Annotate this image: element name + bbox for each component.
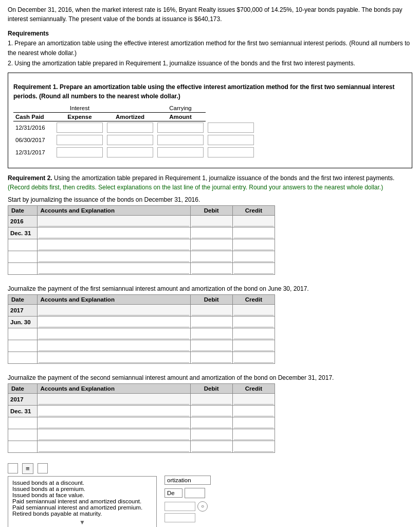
j2-credit-0[interactable] bbox=[234, 305, 273, 315]
j1-credit-4[interactable] bbox=[234, 264, 273, 274]
table-row bbox=[8, 417, 275, 429]
j3-credit-3[interactable] bbox=[234, 430, 273, 440]
scroll-button[interactable]: ≡ bbox=[22, 463, 33, 474]
expense-header: Expense bbox=[54, 112, 105, 121]
j3-debit-0[interactable] bbox=[192, 394, 231, 405]
cash-paid-3[interactable] bbox=[57, 147, 103, 157]
circle-button-1[interactable]: ○ bbox=[197, 501, 208, 512]
j2-credit-1[interactable] bbox=[234, 317, 273, 327]
j1-debit-2[interactable] bbox=[192, 240, 231, 250]
j2-debit-2[interactable] bbox=[192, 329, 231, 339]
journal1-table: Date Accounts and Explanation Debit Cred… bbox=[8, 205, 275, 275]
j1-acct-3[interactable] bbox=[39, 252, 189, 262]
small-text-input[interactable] bbox=[8, 463, 18, 473]
small-text-input2[interactable] bbox=[38, 463, 48, 473]
j3-debit-3[interactable] bbox=[192, 430, 231, 440]
cash-paid-2[interactable] bbox=[57, 135, 103, 145]
date-cell-2: 06/30/2017 bbox=[13, 134, 54, 146]
j2-acct-1[interactable] bbox=[39, 317, 189, 327]
j2-debit-4[interactable] bbox=[192, 353, 231, 363]
j3-acct-3[interactable] bbox=[39, 430, 189, 440]
date-cell-3: 12/31/2017 bbox=[13, 146, 54, 159]
j2-acct-0[interactable] bbox=[39, 305, 189, 315]
amount-3[interactable] bbox=[208, 147, 254, 157]
circle-input-1[interactable] bbox=[165, 502, 195, 511]
j2-credit-2[interactable] bbox=[234, 329, 273, 339]
j1-debit-3[interactable] bbox=[192, 252, 231, 262]
year-cell-j2: 2017 bbox=[8, 304, 38, 316]
j3-acct-2[interactable] bbox=[39, 418, 189, 428]
journal3-table: Date Accounts and Explanation Debit Cred… bbox=[8, 383, 275, 453]
j3-credit-2[interactable] bbox=[234, 418, 273, 428]
j3-credit-4[interactable] bbox=[234, 442, 273, 452]
expense-2[interactable] bbox=[107, 135, 153, 145]
amortized-1[interactable] bbox=[157, 122, 204, 133]
journal3-year-row: 2017 bbox=[8, 393, 275, 405]
j1-acct-1[interactable] bbox=[39, 228, 189, 238]
j3-credit-1[interactable] bbox=[234, 406, 273, 416]
j1-debit-4[interactable] bbox=[192, 264, 231, 274]
accounts-header-2: Accounts and Explanation bbox=[37, 294, 190, 304]
carrying-col-header: Carrying bbox=[155, 104, 206, 113]
amortized-2[interactable] bbox=[157, 135, 204, 145]
debit-header-1: Debit bbox=[190, 205, 232, 215]
j2-acct-2[interactable] bbox=[39, 329, 189, 339]
journal1-year-row: 2016 bbox=[8, 215, 275, 227]
j2-acct-4[interactable] bbox=[39, 353, 189, 363]
expense-3[interactable] bbox=[107, 147, 153, 157]
j1-credit-2[interactable] bbox=[234, 240, 273, 250]
dropdown-item-4[interactable]: Paid semiannual interest and amortized d… bbox=[12, 498, 152, 504]
j3-credit-0[interactable] bbox=[234, 394, 273, 405]
j1-credit-1[interactable] bbox=[234, 228, 273, 238]
cash-paid-header: Cash Paid bbox=[13, 112, 54, 121]
journal3-section: Journalize the payment of the second sem… bbox=[8, 374, 412, 453]
cash-paid-1[interactable] bbox=[57, 122, 103, 133]
amount-1[interactable] bbox=[208, 122, 254, 133]
req2-section: Requirement 2. Using the amortization ta… bbox=[8, 173, 412, 192]
j2-debit-3[interactable] bbox=[192, 341, 231, 351]
j3-acct-0[interactable] bbox=[39, 394, 189, 405]
right-popup-area: ortization De ○ bbox=[165, 463, 211, 522]
j2-debit-0[interactable] bbox=[192, 305, 231, 315]
j3-acct-1[interactable] bbox=[39, 406, 189, 416]
j3-acct-4[interactable] bbox=[39, 442, 189, 452]
j1-debit-0[interactable] bbox=[192, 216, 231, 226]
dropdown-item-6[interactable]: Retired bonds payable at maturity. bbox=[12, 511, 152, 517]
j1-credit-3[interactable] bbox=[234, 252, 273, 262]
j2-acct-3[interactable] bbox=[39, 341, 189, 351]
date-header-3: Date bbox=[8, 383, 38, 393]
requirements-header: Requirements bbox=[8, 30, 49, 37]
j1-acct-0[interactable] bbox=[39, 216, 189, 226]
j2-credit-3[interactable] bbox=[234, 341, 273, 351]
amount-2[interactable] bbox=[208, 135, 254, 145]
j3-debit-4[interactable] bbox=[192, 442, 231, 452]
explanation-dropdown[interactable]: Issued bonds at a discount. Issued bonds… bbox=[8, 476, 157, 527]
dropdown-item-1[interactable]: Issued bonds at a discount. bbox=[12, 480, 152, 486]
dropdown-item-3[interactable]: Issued bonds at face value. bbox=[12, 492, 152, 498]
de-input[interactable] bbox=[185, 488, 205, 498]
j1-credit-0[interactable] bbox=[234, 216, 273, 226]
j1-acct-2[interactable] bbox=[39, 240, 189, 250]
expense-1[interactable] bbox=[107, 122, 153, 133]
journal1-label: Start by journalizing the issuance of th… bbox=[8, 196, 412, 203]
debit-header-3: Debit bbox=[190, 383, 232, 393]
j1-acct-4[interactable] bbox=[39, 264, 189, 274]
j2-debit-1[interactable] bbox=[192, 317, 231, 327]
accounts-header-3: Accounts and Explanation bbox=[37, 383, 190, 393]
bottom-area: ≡ Issued bonds at a discount. Issued bon… bbox=[8, 463, 412, 527]
j1-debit-1[interactable] bbox=[192, 228, 231, 238]
dropdown-item-2[interactable]: Issued bonds at a premium. bbox=[12, 486, 152, 492]
dropdown-item-5[interactable]: Paid semiannual interest and amortized p… bbox=[12, 504, 152, 511]
j3-debit-1[interactable] bbox=[192, 406, 231, 416]
amortized-3[interactable] bbox=[157, 147, 204, 157]
scroll-down-indicator[interactable]: ▼ bbox=[12, 519, 152, 526]
amount-header: Amount bbox=[155, 112, 206, 121]
table-row bbox=[8, 328, 275, 340]
journal3-label: Journalize the payment of the second sem… bbox=[8, 374, 412, 381]
circle-input-2[interactable] bbox=[165, 513, 195, 522]
j3-debit-2[interactable] bbox=[192, 418, 231, 428]
table-row: 12/31/2016 bbox=[13, 121, 256, 134]
journal2-label: Journalize the payment of the first semi… bbox=[8, 285, 412, 292]
journal1-date-row: Dec. 31 bbox=[8, 227, 275, 239]
j2-credit-4[interactable] bbox=[234, 353, 273, 363]
